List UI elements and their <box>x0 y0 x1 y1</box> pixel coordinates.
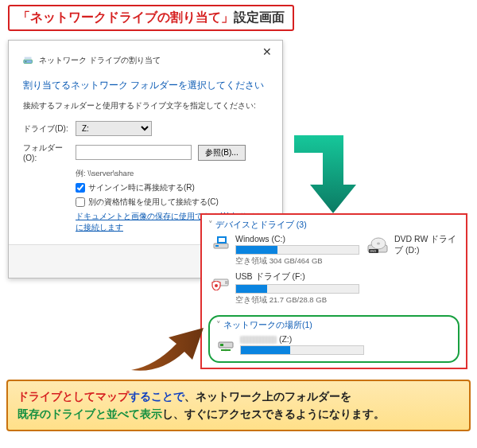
capacity-bar <box>240 345 364 355</box>
network-drive-item[interactable]: (Z:) <box>218 334 452 355</box>
svg-point-9 <box>215 284 218 287</box>
local-disk-icon <box>213 234 231 251</box>
svg-point-1 <box>25 60 27 62</box>
network-drive-name: (Z:) <box>240 334 452 344</box>
title-accent: 「ネットワークドライブの割り当て」 <box>17 10 234 24</box>
explorer-panel: デバイスとドライブ (3) Windows (C:) 空き領域 304 GB/4… <box>200 213 467 369</box>
explanation-note: ドライブとしてマップすることで、ネットワーク上のフォルダーを 既存のドライブと並… <box>6 380 471 431</box>
svg-rect-0 <box>24 60 33 63</box>
browse-button[interactable]: 参照(B)... <box>198 145 246 161</box>
network-drive-letter: (Z:) <box>279 334 292 344</box>
close-button[interactable]: ✕ <box>260 45 274 60</box>
folder-label: フォルダー(O): <box>23 142 69 162</box>
redacted-name <box>240 336 277 344</box>
svg-rect-16 <box>220 344 223 346</box>
title-badge: 「ネットワークドライブの割り当て」設定画面 <box>8 5 294 31</box>
pointer-arrow-icon <box>127 318 207 374</box>
svg-rect-2 <box>25 57 32 60</box>
capacity-bar <box>235 245 359 255</box>
othercred-label: 別の資格情報を使用して接続する(C) <box>88 197 219 208</box>
dvd-drive-icon: DVD <box>367 237 390 255</box>
svg-point-12 <box>377 242 380 244</box>
folder-input[interactable] <box>76 145 192 160</box>
othercred-checkbox-row[interactable]: 別の資格情報を使用して接続する(C) <box>76 197 268 208</box>
drive-name: DVD RW ドライブ (D:) <box>394 234 460 256</box>
flow-arrow-icon <box>294 135 366 215</box>
note-seg2: することで <box>129 390 184 403</box>
network-header[interactable]: ネットワークの場所(1) <box>216 320 452 331</box>
reconnect-label: サインイン時に再接続する(R) <box>88 182 195 193</box>
svg-rect-4 <box>215 245 219 247</box>
capacity-text: 空き領域 21.7 GB/28.8 GB <box>235 295 359 306</box>
dialog-title: ネットワーク ドライブの割り当て <box>39 55 161 66</box>
svg-text:DVD: DVD <box>370 250 377 253</box>
network-drive-icon <box>23 55 34 66</box>
drive-item-dvd[interactable]: DVD DVD RW ドライブ (D:) <box>367 234 460 258</box>
reconnect-checkbox[interactable] <box>76 183 85 193</box>
note-seg3: 、ネットワーク上のフォルダーを <box>184 390 351 403</box>
example-text: 例: \\server\share <box>76 169 268 179</box>
drive-item-f[interactable]: USB ドライブ (F:) 空き領域 21.7 GB/28.8 GB <box>213 271 359 306</box>
reconnect-checkbox-row[interactable]: サインイン時に再接続する(R) <box>76 182 268 193</box>
network-drive-icon <box>218 334 235 352</box>
capacity-text: 空き領域 304 GB/464 GB <box>235 256 359 267</box>
dialog-subheading: 接続するフォルダーと使用するドライブ文字を指定してください: <box>23 100 268 111</box>
svg-rect-8 <box>225 281 229 284</box>
svg-point-17 <box>225 349 227 351</box>
dialog-heading: 割り当てるネットワーク フォルダーを選択してください <box>23 79 268 92</box>
note-seg5: し、すぐにアクセスできるようになります。 <box>162 407 385 420</box>
drive-label: ドライブ(D): <box>23 123 69 134</box>
drive-name: USB ドライブ (F:) <box>235 271 359 282</box>
capacity-bar <box>235 284 359 294</box>
drive-item-c[interactable]: Windows (C:) 空き領域 304 GB/464 GB <box>213 234 359 267</box>
network-locations-group: ネットワークの場所(1) (Z:) <box>208 315 460 363</box>
devices-header[interactable]: デバイスとドライブ (3) <box>208 220 460 231</box>
drive-name: Windows (C:) <box>235 234 359 243</box>
title-rest: 設定画面 <box>234 10 285 24</box>
note-seg1: ドライブとしてマップ <box>17 390 129 403</box>
note-seg4: 既存のドライブと並べて表示 <box>17 407 162 420</box>
othercred-checkbox[interactable] <box>76 197 85 207</box>
drive-select[interactable]: Z: <box>76 121 152 136</box>
shield-warning-icon <box>211 281 221 292</box>
svg-rect-6 <box>219 238 225 242</box>
